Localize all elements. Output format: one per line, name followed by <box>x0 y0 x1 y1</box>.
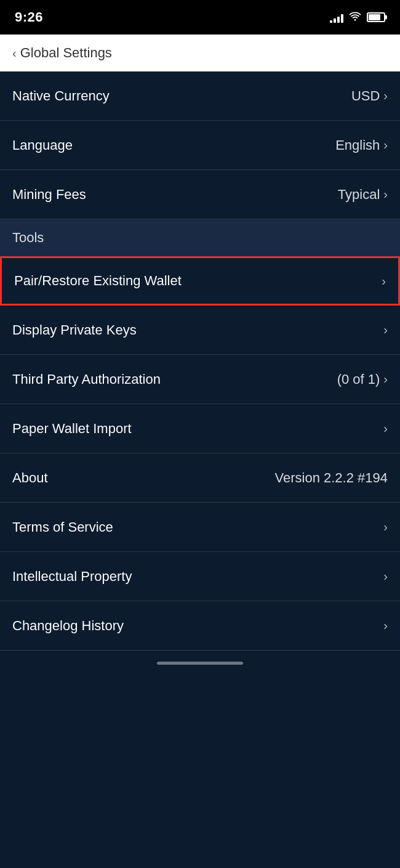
back-button[interactable]: ‹ Global Settings <box>12 45 112 61</box>
settings-row-display-private-keys[interactable]: Display Private Keys › <box>0 306 400 355</box>
changelog-label: Changelog History <box>12 618 124 634</box>
tools-section-header: Tools <box>0 219 400 256</box>
pair-restore-label: Pair/Restore Existing Wallet <box>14 273 182 289</box>
third-party-auth-label: Third Party Authorization <box>12 371 161 387</box>
display-private-keys-value: › <box>383 323 388 337</box>
paper-wallet-value: › <box>383 421 388 436</box>
display-private-keys-chevron-icon: › <box>383 323 388 337</box>
settings-row-native-currency[interactable]: Native Currency USD › <box>0 71 400 121</box>
native-currency-value: USD › <box>351 88 388 104</box>
status-bar: 9:26 <box>0 0 400 34</box>
settings-row-about[interactable]: About Version 2.2.2 #194 <box>0 453 400 503</box>
nav-header: ‹ Global Settings <box>0 34 400 71</box>
battery-icon <box>367 12 385 22</box>
settings-row-terms[interactable]: Terms of Service › <box>0 503 400 552</box>
home-indicator <box>0 651 400 675</box>
settings-row-third-party-auth[interactable]: Third Party Authorization (0 of 1) › <box>0 355 400 404</box>
about-label: About <box>12 470 48 486</box>
language-label: Language <box>12 137 73 153</box>
status-time: 9:26 <box>15 9 43 25</box>
settings-row-intellectual-property[interactable]: Intellectual Property › <box>0 552 400 601</box>
third-party-auth-value: (0 of 1) › <box>337 371 388 387</box>
display-private-keys-label: Display Private Keys <box>12 322 137 338</box>
language-chevron-icon: › <box>383 138 388 152</box>
intellectual-property-value: › <box>383 569 388 583</box>
changelog-value: › <box>383 619 388 633</box>
mining-fees-value: Typical › <box>338 187 388 203</box>
language-value: English › <box>335 137 388 153</box>
native-currency-label: Native Currency <box>12 88 110 104</box>
paper-wallet-chevron-icon: › <box>383 421 388 436</box>
intellectual-property-label: Intellectual Property <box>12 569 132 585</box>
paper-wallet-label: Paper Wallet Import <box>12 421 132 437</box>
intellectual-property-chevron-icon: › <box>383 569 388 583</box>
signal-icon <box>330 12 343 23</box>
native-currency-chevron-icon: › <box>383 89 388 103</box>
status-icons <box>330 10 385 25</box>
terms-label: Terms of Service <box>12 519 113 535</box>
settings-row-paper-wallet[interactable]: Paper Wallet Import › <box>0 404 400 453</box>
wifi-icon <box>348 10 362 25</box>
settings-row-mining-fees[interactable]: Mining Fees Typical › <box>0 170 400 219</box>
settings-row-language[interactable]: Language English › <box>0 121 400 170</box>
pair-restore-chevron-icon: › <box>382 274 386 288</box>
back-chevron-icon: ‹ <box>12 47 17 59</box>
mining-fees-chevron-icon: › <box>383 187 388 201</box>
about-value: Version 2.2.2 #194 <box>275 470 388 486</box>
settings-row-pair-restore[interactable]: Pair/Restore Existing Wallet › <box>0 256 400 306</box>
home-bar <box>157 662 243 665</box>
nav-title: Global Settings <box>20 45 112 61</box>
mining-fees-label: Mining Fees <box>12 187 86 203</box>
terms-value: › <box>383 520 388 534</box>
settings-container: Native Currency USD › Language English ›… <box>0 71 400 651</box>
pair-restore-value: › <box>382 274 386 288</box>
settings-row-changelog[interactable]: Changelog History › <box>0 601 400 651</box>
tools-section-label: Tools <box>12 230 44 246</box>
changelog-chevron-icon: › <box>383 619 388 633</box>
third-party-auth-chevron-icon: › <box>383 372 388 386</box>
terms-chevron-icon: › <box>383 520 388 534</box>
